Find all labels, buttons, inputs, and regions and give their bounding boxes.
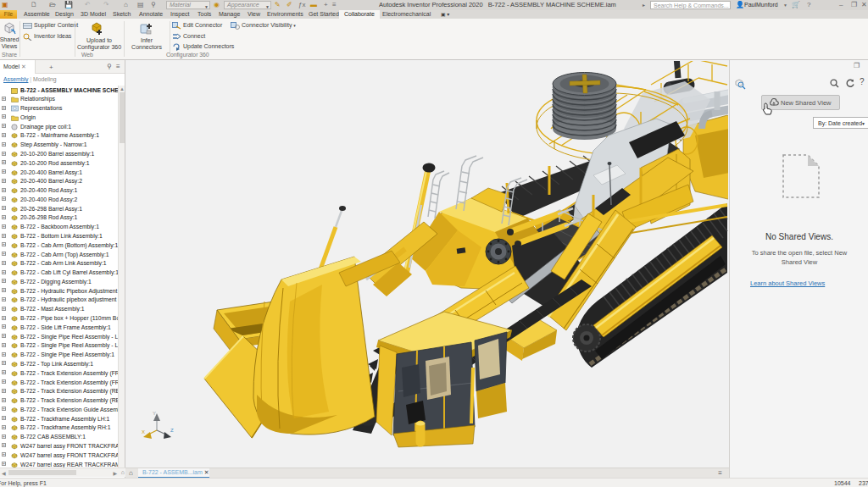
svg-text:X: X	[142, 429, 145, 434]
svg-text:Z: Z	[170, 428, 174, 433]
svg-text:Y: Y	[153, 411, 156, 416]
